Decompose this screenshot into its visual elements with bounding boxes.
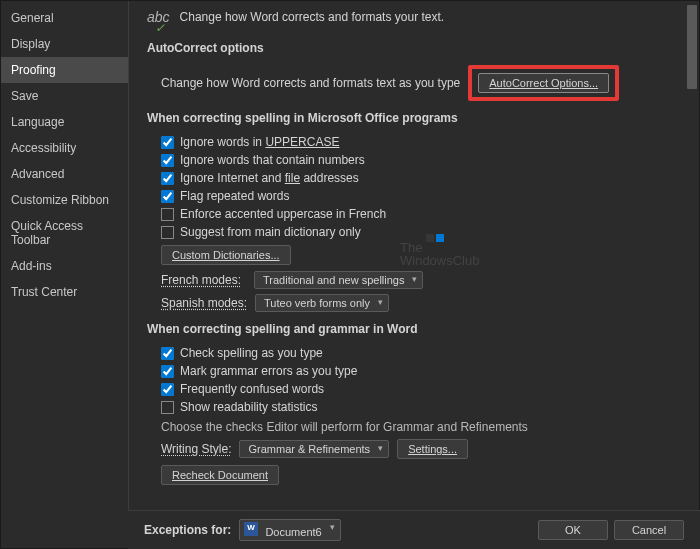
scrollbar[interactable] (686, 4, 698, 504)
label-flag-repeated: Flag repeated words (180, 189, 289, 203)
label-ignore-uppercase: Ignore words in UPPERCASE (180, 135, 339, 149)
checkbox-check-spelling[interactable] (161, 347, 174, 360)
sidebar-item-general[interactable]: General (1, 5, 128, 31)
choose-checks-desc: Choose the checks Editor will perform fo… (161, 420, 683, 434)
spanish-modes-label: Spanish modes: (161, 296, 247, 310)
autocorrect-desc: Change how Word corrects and formats tex… (161, 76, 460, 90)
french-modes-dropdown[interactable]: Traditional and new spellings (254, 271, 423, 289)
sidebar-item-add-ins[interactable]: Add-ins (1, 253, 128, 279)
exceptions-label: Exceptions for: (144, 523, 231, 537)
writing-style-dropdown[interactable]: Grammar & Refinements (239, 440, 389, 458)
cancel-button[interactable]: Cancel (614, 520, 684, 540)
checkbox-suggest-main[interactable] (161, 226, 174, 239)
section-spelling-word-title: When correcting spelling and grammar in … (147, 322, 683, 336)
checkbox-enforce-accented[interactable] (161, 208, 174, 221)
checkbox-ignore-numbers[interactable] (161, 154, 174, 167)
sidebar-item-display[interactable]: Display (1, 31, 128, 57)
label-confused-words: Frequently confused words (180, 382, 324, 396)
sidebar-item-accessibility[interactable]: Accessibility (1, 135, 128, 161)
word-doc-icon (244, 522, 258, 536)
sidebar-item-language[interactable]: Language (1, 109, 128, 135)
section-autocorrect-title: AutoCorrect options (147, 41, 683, 55)
section-spelling-office-title: When correcting spelling in Microsoft Of… (147, 111, 683, 125)
spanish-modes-dropdown[interactable]: Tuteo verb forms only (255, 294, 389, 312)
label-readability: Show readability statistics (180, 400, 317, 414)
sidebar: General Display Proofing Save Language A… (1, 1, 129, 548)
checkbox-readability[interactable] (161, 401, 174, 414)
page-description: Change how Word corrects and formats you… (180, 10, 445, 24)
scrollbar-thumb[interactable] (687, 5, 697, 89)
french-modes-label: French modes: (161, 273, 246, 287)
proofing-icon: abc ✓ (147, 9, 170, 25)
label-check-spelling: Check spelling as you type (180, 346, 323, 360)
label-suggest-main: Suggest from main dictionary only (180, 225, 361, 239)
custom-dictionaries-button[interactable]: Custom Dictionaries... (161, 245, 291, 265)
label-mark-grammar: Mark grammar errors as you type (180, 364, 357, 378)
checkbox-flag-repeated[interactable] (161, 190, 174, 203)
checkbox-mark-grammar[interactable] (161, 365, 174, 378)
sidebar-item-proofing[interactable]: Proofing (1, 57, 128, 83)
sidebar-item-advanced[interactable]: Advanced (1, 161, 128, 187)
sidebar-item-save[interactable]: Save (1, 83, 128, 109)
sidebar-item-quick-access-toolbar[interactable]: Quick Access Toolbar (1, 213, 128, 253)
ok-button[interactable]: OK (538, 520, 608, 540)
checkbox-ignore-internet[interactable] (161, 172, 174, 185)
highlight-box: AutoCorrect Options... (468, 65, 619, 101)
sidebar-item-customize-ribbon[interactable]: Customize Ribbon (1, 187, 128, 213)
checkbox-ignore-uppercase[interactable] (161, 136, 174, 149)
settings-button[interactable]: Settings... (397, 439, 468, 459)
recheck-document-button[interactable]: Recheck Document (161, 465, 279, 485)
writing-style-label: Writing Style: (161, 442, 231, 456)
label-ignore-internet: Ignore Internet and file addresses (180, 171, 359, 185)
exceptions-dropdown[interactable]: Document6 (239, 519, 340, 541)
label-ignore-numbers: Ignore words that contain numbers (180, 153, 365, 167)
checkbox-confused-words[interactable] (161, 383, 174, 396)
sidebar-item-trust-center[interactable]: Trust Center (1, 279, 128, 305)
footer: Exceptions for: Document6 OK Cancel (128, 510, 700, 549)
main-panel: abc ✓ Change how Word corrects and forma… (129, 1, 699, 548)
label-enforce-accented: Enforce accented uppercase in French (180, 207, 386, 221)
autocorrect-options-button[interactable]: AutoCorrect Options... (478, 73, 609, 93)
